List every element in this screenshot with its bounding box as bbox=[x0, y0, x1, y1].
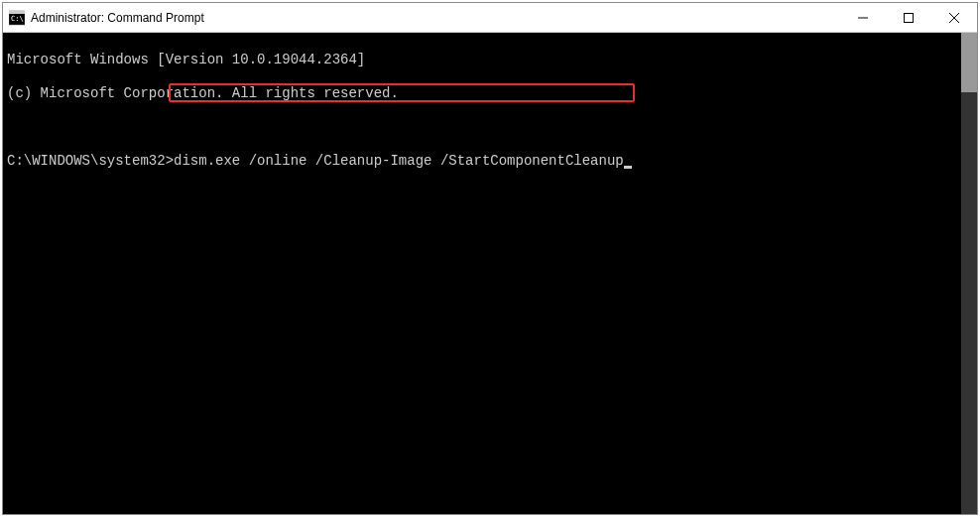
close-button[interactable] bbox=[931, 3, 977, 33]
terminal-content[interactable]: Microsoft Windows [Version 10.0.19044.23… bbox=[3, 33, 961, 514]
svg-text:C:\: C:\ bbox=[11, 15, 24, 23]
svg-rect-4 bbox=[905, 14, 914, 23]
terminal-body[interactable]: Microsoft Windows [Version 10.0.19044.23… bbox=[3, 33, 977, 514]
copyright-line: (c) Microsoft Corporation. All rights re… bbox=[7, 85, 957, 102]
window-controls bbox=[840, 3, 977, 32]
title-bar[interactable]: C:\ Administrator: Command Prompt bbox=[3, 3, 977, 33]
maximize-button[interactable] bbox=[886, 3, 931, 33]
cursor bbox=[624, 166, 632, 169]
scroll-thumb[interactable] bbox=[961, 33, 977, 92]
scrollbar[interactable] bbox=[961, 33, 977, 514]
command-text: dism.exe /online /Cleanup-Image /StartCo… bbox=[174, 153, 624, 170]
version-line: Microsoft Windows [Version 10.0.19044.23… bbox=[7, 52, 957, 68]
minimize-button[interactable] bbox=[840, 3, 886, 33]
prompt-line: C:\WINDOWS\system32>dism.exe /online /Cl… bbox=[7, 153, 957, 170]
prompt-text: C:\WINDOWS\system32> bbox=[7, 153, 174, 170]
svg-rect-1 bbox=[9, 11, 25, 14]
blank-line bbox=[7, 119, 957, 136]
command-prompt-window: C:\ Administrator: Command Prompt Micros… bbox=[2, 2, 978, 515]
window-title: Administrator: Command Prompt bbox=[31, 11, 840, 25]
cmd-icon: C:\ bbox=[9, 10, 25, 26]
